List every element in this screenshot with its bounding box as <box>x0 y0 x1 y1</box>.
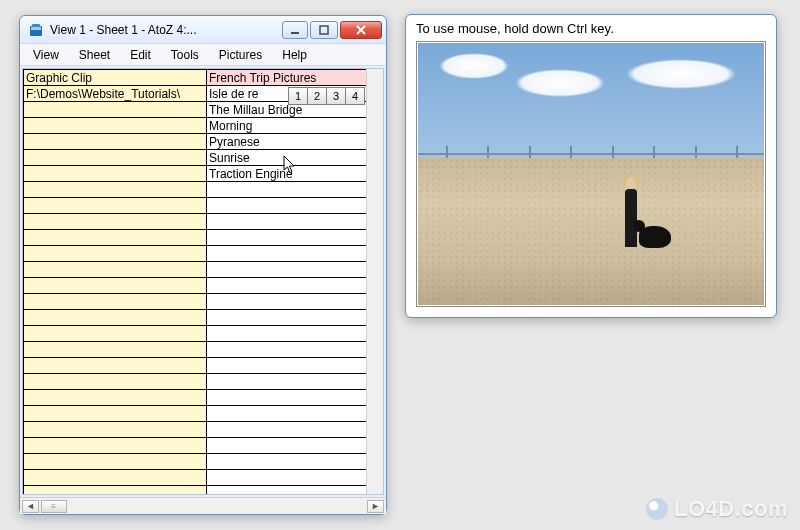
cell-col-a[interactable] <box>24 358 207 374</box>
titlebar[interactable]: View 1 - Sheet 1 - AtoZ 4:... <box>20 16 386 44</box>
table-row[interactable] <box>24 374 383 390</box>
menu-sheet[interactable]: Sheet <box>70 46 119 64</box>
table-row[interactable] <box>24 470 383 486</box>
cell-col-b[interactable] <box>207 230 383 246</box>
cell-col-b[interactable] <box>207 438 383 454</box>
cell-col-b[interactable] <box>207 182 383 198</box>
cell-col-b[interactable]: French Trip Pictures <box>207 70 383 86</box>
scroll-right-button[interactable]: ► <box>367 500 384 513</box>
maximize-button[interactable] <box>310 21 338 39</box>
cell-col-b[interactable] <box>207 390 383 406</box>
cell-col-a[interactable] <box>24 262 207 278</box>
cell-col-a[interactable] <box>24 182 207 198</box>
scroll-left-button[interactable]: ◄ <box>22 500 39 513</box>
table-row[interactable] <box>24 358 383 374</box>
cell-col-a[interactable] <box>24 454 207 470</box>
cell-col-a[interactable]: Graphic Clip <box>24 70 207 86</box>
scroll-thumb[interactable]: ≡ <box>41 500 67 513</box>
sheet-tab-2[interactable]: 2 <box>307 87 327 105</box>
cell-col-a[interactable] <box>24 326 207 342</box>
cell-col-b[interactable] <box>207 246 383 262</box>
cell-col-a[interactable] <box>24 374 207 390</box>
cell-col-b[interactable] <box>207 342 383 358</box>
table-row[interactable] <box>24 342 383 358</box>
cell-col-b[interactable] <box>207 358 383 374</box>
table-row[interactable] <box>24 278 383 294</box>
cell-col-a[interactable] <box>24 438 207 454</box>
cell-col-a[interactable] <box>24 118 207 134</box>
table-row[interactable] <box>24 294 383 310</box>
cell-col-b[interactable] <box>207 470 383 486</box>
table-row[interactable] <box>24 422 383 438</box>
cell-col-a[interactable]: F:\Demos\Website_Tutorials\ <box>24 86 207 102</box>
cell-col-a[interactable] <box>24 470 207 486</box>
table-row[interactable] <box>24 406 383 422</box>
cell-col-a[interactable] <box>24 166 207 182</box>
cell-col-b[interactable] <box>207 374 383 390</box>
table-row[interactable] <box>24 246 383 262</box>
cell-col-b[interactable] <box>207 278 383 294</box>
cell-col-a[interactable] <box>24 406 207 422</box>
cell-col-b[interactable] <box>207 262 383 278</box>
sheet-tab-3[interactable]: 3 <box>326 87 346 105</box>
table-row[interactable] <box>24 198 383 214</box>
menu-view[interactable]: View <box>24 46 68 64</box>
table-row[interactable] <box>24 454 383 470</box>
table-row[interactable] <box>24 214 383 230</box>
cell-col-a[interactable] <box>24 198 207 214</box>
cell-col-a[interactable] <box>24 150 207 166</box>
table-row[interactable] <box>24 326 383 342</box>
cell-col-b[interactable] <box>207 326 383 342</box>
vertical-scrollbar[interactable] <box>366 69 383 494</box>
cell-col-b[interactable] <box>207 486 383 496</box>
cell-col-a[interactable] <box>24 278 207 294</box>
horizontal-scrollbar[interactable]: ◄ ≡ ► <box>20 497 386 514</box>
table-row[interactable] <box>24 182 383 198</box>
menu-edit[interactable]: Edit <box>121 46 160 64</box>
close-button[interactable] <box>340 21 382 39</box>
table-row[interactable] <box>24 486 383 496</box>
cell-col-a[interactable] <box>24 294 207 310</box>
cell-col-b[interactable]: Traction Engine <box>207 166 383 182</box>
cell-col-b[interactable] <box>207 198 383 214</box>
cell-col-b[interactable] <box>207 294 383 310</box>
cell-col-a[interactable] <box>24 310 207 326</box>
table-row[interactable]: Graphic ClipFrench Trip Pictures <box>24 70 383 86</box>
table-row[interactable] <box>24 310 383 326</box>
cell-col-a[interactable] <box>24 486 207 496</box>
minimize-button[interactable] <box>282 21 308 39</box>
cell-col-a[interactable] <box>24 246 207 262</box>
svg-rect-4 <box>320 26 328 34</box>
menu-tools[interactable]: Tools <box>162 46 208 64</box>
cell-col-a[interactable] <box>24 230 207 246</box>
table-row[interactable]: Traction Engine <box>24 166 383 182</box>
cell-col-a[interactable] <box>24 422 207 438</box>
cell-col-a[interactable] <box>24 214 207 230</box>
cell-col-b[interactable] <box>207 310 383 326</box>
cell-col-b[interactable]: Sunrise <box>207 150 383 166</box>
cell-col-a[interactable] <box>24 102 207 118</box>
table-row[interactable] <box>24 390 383 406</box>
cell-col-a[interactable] <box>24 134 207 150</box>
table-row[interactable] <box>24 230 383 246</box>
table-row[interactable]: Sunrise <box>24 150 383 166</box>
preview-image[interactable] <box>418 43 764 305</box>
table-row[interactable]: Pyranese <box>24 134 383 150</box>
cell-col-b[interactable] <box>207 406 383 422</box>
cell-col-b[interactable]: Morning <box>207 118 383 134</box>
sheet-tab-4[interactable]: 4 <box>345 87 365 105</box>
main-window: View 1 - Sheet 1 - AtoZ 4:... View Sheet… <box>19 15 387 515</box>
menu-help[interactable]: Help <box>273 46 316 64</box>
sheet-tab-1[interactable]: 1 <box>288 87 308 105</box>
cell-col-b[interactable] <box>207 454 383 470</box>
cell-col-b[interactable]: Pyranese <box>207 134 383 150</box>
table-row[interactable]: Morning <box>24 118 383 134</box>
table-row[interactable] <box>24 438 383 454</box>
cell-col-a[interactable] <box>24 342 207 358</box>
grid[interactable]: Graphic ClipFrench Trip PicturesF:\Demos… <box>23 69 383 495</box>
cell-col-a[interactable] <box>24 390 207 406</box>
cell-col-b[interactable] <box>207 214 383 230</box>
menu-pictures[interactable]: Pictures <box>210 46 271 64</box>
cell-col-b[interactable] <box>207 422 383 438</box>
table-row[interactable] <box>24 262 383 278</box>
